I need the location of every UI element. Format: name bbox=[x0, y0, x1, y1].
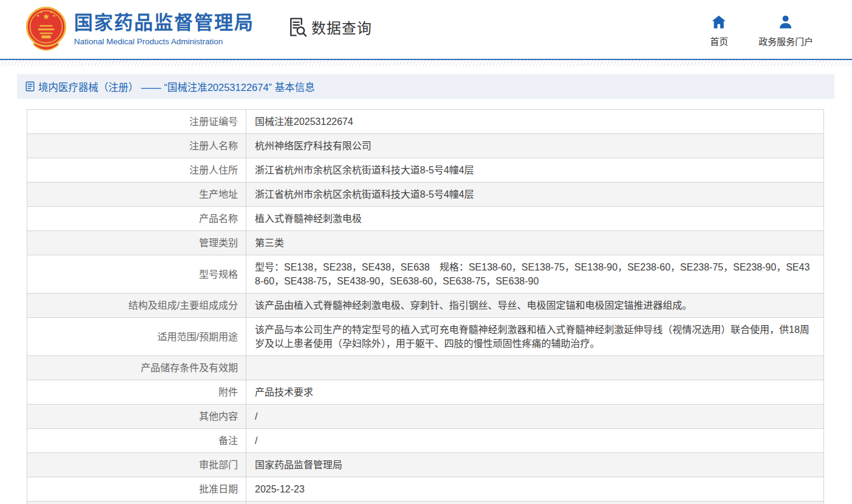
nav-item-home[interactable]: 首页 bbox=[710, 12, 728, 47]
row-label: 生产地址 bbox=[27, 183, 246, 207]
user-icon bbox=[777, 14, 794, 30]
brand-text: 国家药品监督管理局 National Medical Products Admi… bbox=[74, 13, 254, 45]
table-row: 结构及组成/主要组成成分该产品由植入式脊髓神经刺激电极、穿刺针、指引钢丝、导丝、… bbox=[27, 294, 824, 318]
row-label: 产品储存条件及有效期 bbox=[27, 356, 246, 380]
table-row: 注册人名称杭州神络医疗科技有限公司 bbox=[27, 134, 824, 158]
table-row: 附件产品技术要求 bbox=[27, 380, 824, 405]
row-label: 附件 bbox=[27, 380, 246, 405]
org-name-en: National Medical Products Administration bbox=[74, 37, 254, 46]
row-value: / bbox=[246, 405, 824, 429]
table-row: 管理类别第三类 bbox=[27, 231, 824, 255]
row-label: 产品名称 bbox=[27, 207, 246, 231]
row-label: 管理类别 bbox=[27, 231, 246, 255]
page-title: 境内医疗器械（注册） —— “国械注准20253122674” 基本信息 bbox=[38, 79, 315, 94]
table-row: 适用范围/预期用途该产品与本公司生产的特定型号的植入式可充电脊髓神经刺激器和植入… bbox=[27, 318, 824, 356]
row-label: 型号规格 bbox=[27, 255, 246, 294]
row-value: 国家药品监督管理局 bbox=[246, 453, 824, 477]
table-row: 产品储存条件及有效期 bbox=[27, 356, 824, 380]
row-label: 批准日期 bbox=[27, 477, 246, 502]
svg-text:★: ★ bbox=[52, 13, 56, 18]
row-value: 植入式脊髓神经刺激电极 bbox=[246, 207, 824, 231]
row-value: 该产品由植入式脊髓神经刺激电极、穿刺针、指引钢丝、导丝、电极固定锚和电极固定锚推… bbox=[246, 294, 824, 318]
data-query-icon bbox=[286, 16, 308, 38]
table-body: 注册证编号国械注准20253122674注册人名称杭州神络医疗科技有限公司注册人… bbox=[27, 110, 824, 504]
data-query-label: 数据查询 bbox=[311, 16, 372, 38]
row-label: 备注 bbox=[27, 429, 246, 453]
row-value: 型号：SE138，SE238，SE438，SE638 规格：SE138-60，S… bbox=[246, 255, 824, 294]
home-icon bbox=[711, 14, 727, 30]
row-label: 审批部门 bbox=[27, 453, 246, 477]
nav-label-portal: 政务服务门户 bbox=[759, 35, 813, 47]
row-value: 第三类 bbox=[246, 231, 824, 255]
table-row: 备注/ bbox=[27, 429, 824, 453]
row-value: 2025-12-23 bbox=[246, 477, 824, 502]
row-value: 浙江省杭州市余杭区余杭街道科技大道8-5号4幢4层 bbox=[246, 183, 824, 207]
top-nav: 首页 政务服务门户 bbox=[710, 12, 813, 47]
table-row: 型号规格型号：SE138，SE238，SE438，SE638 规格：SE138-… bbox=[27, 255, 824, 294]
national-emblem-icon: ★ ★ ★ ★ ★ bbox=[24, 5, 68, 54]
row-value: 产品技术要求 bbox=[246, 380, 824, 405]
row-label: 结构及组成/主要组成成分 bbox=[27, 294, 246, 318]
row-value: 杭州神络医疗科技有限公司 bbox=[246, 134, 824, 158]
table-row: 产品名称植入式脊髓神经刺激电极 bbox=[27, 207, 824, 231]
row-value bbox=[246, 356, 824, 380]
row-label: 注册人住所 bbox=[27, 158, 246, 183]
table-row: 其他内容/ bbox=[27, 405, 824, 429]
row-value: / bbox=[246, 429, 824, 453]
row-value: 国械注准20253122674 bbox=[246, 110, 824, 134]
row-label: 注册人名称 bbox=[27, 134, 246, 158]
table-row: 审批部门国家药品监督管理局 bbox=[27, 453, 824, 477]
document-icon bbox=[25, 81, 38, 92]
table-row: 批准日期2025-12-23 bbox=[27, 477, 824, 502]
page-title-bar: 境内医疗器械（注册） —— “国械注准20253122674” 基本信息 bbox=[17, 74, 834, 99]
nav-label-home: 首页 bbox=[710, 35, 728, 47]
row-label: 注册证编号 bbox=[27, 110, 246, 134]
site-logo[interactable]: ★ ★ ★ ★ ★ 国家药品监督管理局 National Medical Pro… bbox=[24, 5, 254, 54]
row-value: 该产品与本公司生产的特定型号的植入式可充电脊髓神经刺激器和植入式脊髓神经刺激延伸… bbox=[246, 318, 824, 356]
svg-text:★: ★ bbox=[42, 11, 50, 21]
org-name-cn: 国家药品监督管理局 bbox=[74, 13, 254, 33]
table-row: 注册证编号国械注准20253122674 bbox=[27, 110, 824, 134]
row-value: 浙江省杭州市余杭区余杭街道科技大道8-5号4幢4层 bbox=[246, 158, 824, 183]
data-query-link[interactable]: 数据查询 bbox=[286, 16, 372, 38]
row-label: 其他内容 bbox=[27, 405, 246, 429]
row-value: 2025-12-23 bbox=[246, 502, 824, 504]
table-row: 生效日期2025-12-23 bbox=[27, 502, 824, 504]
top-header: ★ ★ ★ ★ ★ 国家药品监督管理局 National Medical Pro… bbox=[0, 0, 852, 59]
table-row: 生产地址浙江省杭州市余杭区余杭街道科技大道8-5号4幢4层 bbox=[27, 183, 824, 207]
table-row: 注册人住所浙江省杭州市余杭区余杭街道科技大道8-5号4幢4层 bbox=[27, 158, 824, 183]
svg-text:★: ★ bbox=[39, 9, 42, 14]
nav-item-portal[interactable]: 政务服务门户 bbox=[759, 12, 813, 47]
header-divider bbox=[0, 59, 852, 66]
row-label: 适用范围/预期用途 bbox=[27, 318, 246, 356]
row-label: 生效日期 bbox=[27, 502, 246, 504]
registration-info-table: 注册证编号国械注准20253122674注册人名称杭州神络医疗科技有限公司注册人… bbox=[27, 109, 824, 504]
